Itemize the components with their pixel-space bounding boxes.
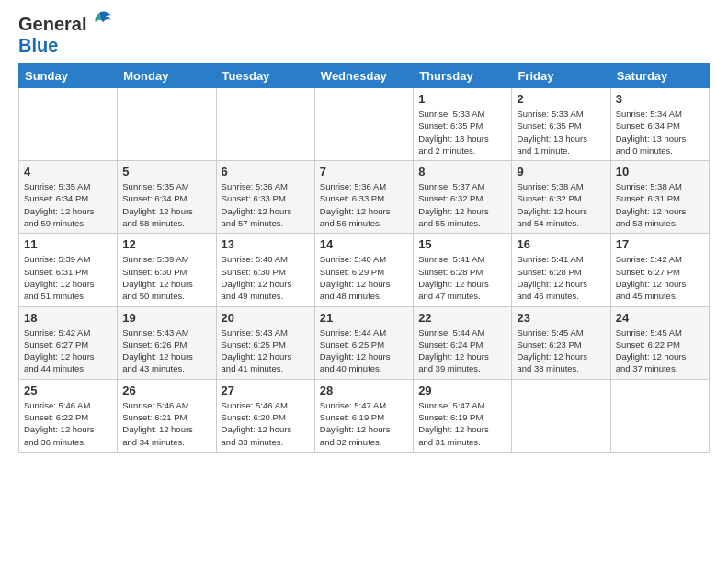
calendar-cell [512,379,610,452]
day-info: Sunrise: 5:33 AM Sunset: 6:35 PM Dayligh… [418,108,506,156]
col-header-monday: Monday [118,64,216,88]
day-info: Sunrise: 5:37 AM Sunset: 6:32 PM Dayligh… [418,180,506,229]
calendar-cell: 9Sunrise: 5:38 AM Sunset: 6:32 PM Daylig… [512,161,610,234]
calendar-cell: 17Sunrise: 5:42 AM Sunset: 6:27 PM Dayli… [610,234,709,306]
day-info: Sunrise: 5:34 AM Sunset: 6:34 PM Dayligh… [616,108,704,156]
day-info: Sunrise: 5:38 AM Sunset: 6:31 PM Dayligh… [616,180,704,229]
day-number: 10 [616,165,704,178]
day-number: 6 [222,165,310,178]
calendar-cell: 29Sunrise: 5:47 AM Sunset: 6:19 PM Dayli… [414,379,512,452]
calendar-cell [610,379,709,452]
day-number: 2 [517,92,605,106]
calendar-cell: 11Sunrise: 5:39 AM Sunset: 6:31 PM Dayli… [19,234,118,306]
day-info: Sunrise: 5:46 AM Sunset: 6:20 PM Dayligh… [222,399,310,448]
calendar-cell: 28Sunrise: 5:47 AM Sunset: 6:19 PM Dayli… [314,379,413,452]
day-number: 4 [24,165,112,178]
day-info: Sunrise: 5:45 AM Sunset: 6:22 PM Dayligh… [616,327,704,375]
calendar-cell: 18Sunrise: 5:42 AM Sunset: 6:27 PM Dayli… [19,306,118,379]
day-info: Sunrise: 5:40 AM Sunset: 6:30 PM Dayligh… [222,253,310,302]
calendar-cell: 6Sunrise: 5:36 AM Sunset: 6:33 PM Daylig… [216,161,314,234]
day-number: 28 [320,384,408,397]
day-number: 26 [122,384,210,397]
day-number: 23 [517,311,605,325]
week-row-1: 4Sunrise: 5:35 AM Sunset: 6:34 PM Daylig… [19,161,710,234]
day-number: 1 [418,92,506,106]
calendar-cell: 12Sunrise: 5:39 AM Sunset: 6:30 PM Dayli… [118,234,216,306]
calendar-cell [118,88,216,161]
calendar-cell: 26Sunrise: 5:46 AM Sunset: 6:21 PM Dayli… [118,379,216,452]
day-info: Sunrise: 5:46 AM Sunset: 6:22 PM Dayligh… [24,399,112,448]
logo: General Blue [18,14,86,56]
col-header-saturday: Saturday [610,64,709,88]
day-number: 19 [122,311,210,325]
day-number: 17 [616,237,704,251]
calendar-cell: 22Sunrise: 5:44 AM Sunset: 6:24 PM Dayli… [414,306,512,379]
day-number: 27 [222,384,310,397]
day-info: Sunrise: 5:36 AM Sunset: 6:33 PM Dayligh… [222,180,310,229]
day-number: 25 [24,384,112,397]
day-number: 18 [24,311,112,325]
day-number: 11 [24,237,112,251]
calendar-cell: 24Sunrise: 5:45 AM Sunset: 6:22 PM Dayli… [610,306,709,379]
day-number: 13 [222,237,310,251]
day-info: Sunrise: 5:42 AM Sunset: 6:27 PM Dayligh… [24,327,112,375]
day-info: Sunrise: 5:35 AM Sunset: 6:34 PM Dayligh… [122,180,210,229]
day-number: 5 [122,165,210,178]
calendar-cell: 27Sunrise: 5:46 AM Sunset: 6:20 PM Dayli… [216,379,314,452]
week-row-2: 11Sunrise: 5:39 AM Sunset: 6:31 PM Dayli… [19,234,710,306]
calendar-cell: 14Sunrise: 5:40 AM Sunset: 6:29 PM Dayli… [314,234,413,306]
day-number: 7 [320,165,408,178]
calendar-cell: 4Sunrise: 5:35 AM Sunset: 6:34 PM Daylig… [19,161,118,234]
day-number: 21 [320,311,408,325]
day-info: Sunrise: 5:44 AM Sunset: 6:24 PM Dayligh… [418,327,506,375]
day-number: 8 [418,165,506,178]
calendar-cell: 21Sunrise: 5:44 AM Sunset: 6:25 PM Dayli… [314,306,413,379]
page: General Blue SundayMondayTuesdayWednesda… [0,0,728,563]
calendar-table: SundayMondayTuesdayWednesdayThursdayFrid… [18,63,710,453]
calendar-cell: 16Sunrise: 5:41 AM Sunset: 6:28 PM Dayli… [512,234,610,306]
calendar-cell: 10Sunrise: 5:38 AM Sunset: 6:31 PM Dayli… [610,161,709,234]
day-info: Sunrise: 5:47 AM Sunset: 6:19 PM Dayligh… [418,399,506,448]
day-info: Sunrise: 5:45 AM Sunset: 6:23 PM Dayligh… [517,327,605,375]
logo-blue: Blue [18,35,58,55]
calendar-cell: 20Sunrise: 5:43 AM Sunset: 6:25 PM Dayli… [216,306,314,379]
calendar-cell: 13Sunrise: 5:40 AM Sunset: 6:30 PM Dayli… [216,234,314,306]
calendar-cell: 19Sunrise: 5:43 AM Sunset: 6:26 PM Dayli… [118,306,216,379]
calendar-cell: 15Sunrise: 5:41 AM Sunset: 6:28 PM Dayli… [414,234,512,306]
day-info: Sunrise: 5:41 AM Sunset: 6:28 PM Dayligh… [418,253,506,302]
day-number: 9 [517,165,605,178]
day-number: 22 [418,311,506,325]
col-header-friday: Friday [512,64,610,88]
calendar-cell [314,88,413,161]
day-info: Sunrise: 5:43 AM Sunset: 6:26 PM Dayligh… [122,327,210,375]
calendar-cell: 5Sunrise: 5:35 AM Sunset: 6:34 PM Daylig… [118,161,216,234]
day-number: 12 [122,237,210,251]
day-number: 29 [418,384,506,397]
logo-general: General [18,14,86,34]
day-number: 24 [616,311,704,325]
week-row-4: 25Sunrise: 5:46 AM Sunset: 6:22 PM Dayli… [19,379,710,452]
calendar-cell: 8Sunrise: 5:37 AM Sunset: 6:32 PM Daylig… [414,161,512,234]
day-info: Sunrise: 5:42 AM Sunset: 6:27 PM Dayligh… [616,253,704,302]
week-row-3: 18Sunrise: 5:42 AM Sunset: 6:27 PM Dayli… [19,306,710,379]
day-info: Sunrise: 5:38 AM Sunset: 6:32 PM Dayligh… [517,180,605,229]
calendar-cell: 7Sunrise: 5:36 AM Sunset: 6:33 PM Daylig… [314,161,413,234]
day-info: Sunrise: 5:35 AM Sunset: 6:34 PM Dayligh… [24,180,112,229]
calendar-cell: 1Sunrise: 5:33 AM Sunset: 6:35 PM Daylig… [414,88,512,161]
day-info: Sunrise: 5:39 AM Sunset: 6:30 PM Dayligh… [122,253,210,302]
day-number: 15 [418,237,506,251]
header-area: General Blue [18,14,710,56]
calendar-cell: 3Sunrise: 5:34 AM Sunset: 6:34 PM Daylig… [610,88,709,161]
col-header-sunday: Sunday [19,64,118,88]
calendar-cell: 2Sunrise: 5:33 AM Sunset: 6:35 PM Daylig… [512,88,610,161]
day-info: Sunrise: 5:40 AM Sunset: 6:29 PM Dayligh… [320,253,408,302]
calendar-cell [216,88,314,161]
day-info: Sunrise: 5:36 AM Sunset: 6:33 PM Dayligh… [320,180,408,229]
week-row-0: 1Sunrise: 5:33 AM Sunset: 6:35 PM Daylig… [19,88,710,161]
day-number: 16 [517,237,605,251]
day-info: Sunrise: 5:39 AM Sunset: 6:31 PM Dayligh… [24,253,112,302]
day-info: Sunrise: 5:33 AM Sunset: 6:35 PM Dayligh… [517,108,605,156]
col-header-thursday: Thursday [414,64,512,88]
day-info: Sunrise: 5:41 AM Sunset: 6:28 PM Dayligh… [517,253,605,302]
logo-bird-icon [88,9,112,33]
